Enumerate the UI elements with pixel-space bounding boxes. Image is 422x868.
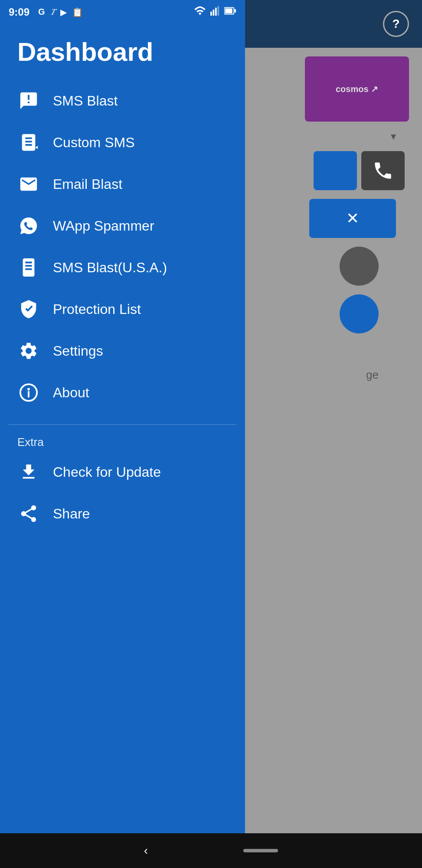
status-bar: 9:09 G 𝑇 ▶ 📋 [0,0,245,24]
sidebar-item-sms-blast[interactable]: SMS Blast [0,80,245,122]
sms-blast-usa-icon [17,256,40,279]
youtube-icon: ▶ [60,7,67,17]
wapp-spammer-label: WApp Spammer [53,218,154,234]
check-update-icon [17,461,40,483]
protection-list-label: Protection List [53,301,141,317]
email-blast-label: Email Blast [53,176,122,192]
email-blast-icon [17,173,40,195]
menu-divider [9,424,236,425]
settings-label: Settings [53,343,103,359]
sidebar-item-email-blast[interactable]: Email Blast [0,163,245,205]
share-icon [17,502,40,525]
navigation-drawer: 9:09 G 𝑇 ▶ 📋 [0,0,245,868]
menu-list: SMS Blast Custom SMS Email Blast [0,76,245,418]
svg-rect-2 [215,7,217,15]
purple-banner: cosmos ↗ [305,56,409,122]
help-button[interactable]: ? [383,11,409,37]
check-update-label: Check for Update [53,464,161,480]
status-right-icons [194,6,236,18]
about-label: About [53,385,89,401]
bg-icon-box-left [314,151,357,190]
settings-icon [17,340,40,362]
bg-circle-2 [340,294,379,333]
sidebar-item-share[interactable]: Share [0,493,245,535]
wapp-spammer-icon [17,215,40,237]
signal-icon [210,6,220,18]
sidebar-item-settings[interactable]: Settings [0,330,245,372]
dashboard-title: Dashboard [0,24,245,76]
sidebar-item-custom-sms[interactable]: Custom SMS [0,122,245,163]
custom-sms-label: Custom SMS [53,135,134,151]
google-icon: G [38,7,45,17]
svg-rect-1 [213,10,215,16]
status-time: 9:09 [9,6,29,18]
sidebar-item-protection-list[interactable]: Protection List [0,288,245,330]
custom-sms-icon [17,131,40,154]
t-icon: 𝑇 [50,7,55,17]
svg-rect-5 [225,8,232,13]
svg-rect-6 [234,9,236,12]
svg-point-7 [28,273,29,275]
sidebar-item-wapp-spammer[interactable]: WApp Spammer [0,205,245,247]
back-button[interactable]: ‹ [144,844,148,858]
sms-blast-label: SMS Blast [53,93,118,109]
sms-blast-usa-label: SMS Blast(U.S.A.) [53,260,167,276]
protection-list-icon [17,298,40,320]
extra-section-label: Extra [0,431,245,451]
share-label: Share [53,506,90,522]
sidebar-item-sms-blast-usa[interactable]: SMS Blast(U.S.A.) [0,247,245,288]
bg-icon-box-right [361,151,405,190]
dropdown-arrow-icon: ▾ [391,130,396,142]
wifi-icon [194,6,206,18]
bg-blue-button: ✕ [309,199,396,238]
svg-rect-3 [218,6,219,16]
bg-circle-1 [340,247,379,286]
svg-rect-0 [210,11,212,15]
clipboard-icon: 📋 [72,7,83,17]
sidebar-item-about[interactable]: About [0,372,245,413]
bottom-navigation-bar: ‹ [0,833,422,868]
sidebar-item-check-update[interactable]: Check for Update [0,451,245,493]
battery-icon [224,7,236,18]
about-icon [17,381,40,404]
home-indicator[interactable] [243,849,278,852]
sms-blast-icon [17,89,40,112]
